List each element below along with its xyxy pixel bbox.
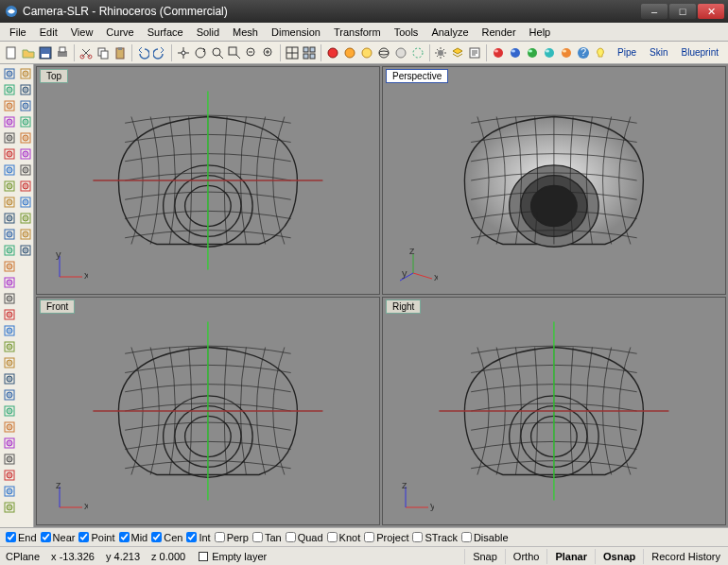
status-toggle-snap[interactable]: Snap — [464, 549, 505, 564]
window-select-tool-icon[interactable] — [2, 98, 17, 113]
shade-icon[interactable] — [325, 43, 340, 62]
osnap-point-checkbox[interactable] — [78, 532, 89, 542]
options-icon[interactable] — [433, 43, 448, 62]
osnap-perp-checkbox[interactable] — [215, 532, 225, 542]
help-icon[interactable]: ? — [576, 43, 591, 62]
blend-tool-icon[interactable] — [2, 500, 17, 515]
move-tool-icon[interactable] — [18, 227, 33, 242]
menu-mesh[interactable]: Mesh — [227, 25, 264, 40]
status-toggle-planar[interactable]: Planar — [546, 549, 595, 564]
copy-icon[interactable] — [95, 43, 111, 62]
fillet-tool-icon[interactable] — [18, 114, 33, 129]
save-icon[interactable] — [38, 43, 53, 62]
text-tool-icon[interactable] — [2, 259, 17, 274]
viewport-label-right[interactable]: Right — [386, 300, 421, 314]
zoom-previous-icon[interactable] — [244, 43, 259, 62]
chamfer-tool-icon[interactable] — [18, 130, 33, 146]
xray-icon[interactable] — [410, 43, 425, 62]
menu-view[interactable]: View — [65, 25, 99, 40]
point-tool-icon[interactable] — [2, 291, 17, 306]
sphere-blue-icon[interactable] — [508, 43, 523, 62]
dimension-tool-icon[interactable] — [2, 275, 17, 290]
menu-dimension[interactable]: Dimension — [266, 25, 326, 40]
rotate-view-icon[interactable] — [193, 43, 208, 62]
sphere-red-icon[interactable] — [491, 43, 506, 62]
osnap-tan[interactable]: Tan — [252, 532, 282, 543]
open-icon[interactable] — [21, 43, 36, 62]
viewport-label-top[interactable]: Top — [40, 69, 68, 83]
split-tool-icon[interactable] — [18, 98, 33, 113]
undo-icon[interactable] — [135, 43, 150, 62]
osnap-near[interactable]: Near — [41, 532, 76, 543]
mirror-tool-icon[interactable] — [18, 163, 33, 178]
join-tool-icon[interactable] — [18, 66, 33, 81]
pan-icon[interactable] — [176, 43, 191, 62]
status-cplane[interactable]: CPlane — [6, 551, 40, 562]
offset-tool-icon[interactable] — [18, 146, 33, 162]
sphere-cyan-icon[interactable] — [542, 43, 557, 62]
render-icon[interactable] — [342, 43, 357, 62]
layers-icon[interactable] — [450, 43, 465, 62]
status-toggle-record-history[interactable]: Record History — [643, 549, 728, 564]
properties-icon[interactable] — [467, 43, 482, 62]
menu-render[interactable]: Render — [477, 25, 522, 40]
status-layer[interactable]: Empty layer — [191, 551, 464, 562]
copy-obj-tool-icon[interactable] — [18, 243, 33, 258]
sphere-green-icon[interactable] — [525, 43, 540, 62]
osnap-strack-checkbox[interactable] — [412, 532, 423, 542]
sphere-orange-icon[interactable] — [559, 43, 574, 62]
osnap-tan-checkbox[interactable] — [252, 532, 263, 542]
cut-icon[interactable] — [78, 43, 94, 62]
rectangle-tool-icon[interactable] — [2, 195, 17, 210]
pointer-tool-icon[interactable] — [2, 66, 17, 81]
extrude-tool-icon[interactable] — [2, 436, 17, 451]
toolbar-link-pipe[interactable]: Pipe — [612, 47, 642, 58]
circle-tool-icon[interactable] — [2, 211, 17, 226]
osnap-end-checkbox[interactable] — [6, 532, 16, 542]
sweep-tool-icon[interactable] — [2, 468, 17, 483]
osnap-knot-checkbox[interactable] — [327, 532, 338, 542]
osnap-cen[interactable]: Cen — [151, 532, 182, 543]
toolbar-link-blueprint[interactable]: Blueprint — [676, 47, 724, 58]
zoom-window-icon[interactable] — [227, 43, 242, 62]
box-tool-icon[interactable] — [2, 323, 17, 338]
circle-select-tool-icon[interactable] — [2, 114, 17, 129]
revolve-tool-icon[interactable] — [2, 452, 17, 467]
menu-edit[interactable]: Edit — [34, 25, 63, 40]
toolbar-link-skin[interactable]: Skin — [644, 47, 673, 58]
zoom-selected-icon[interactable] — [261, 43, 276, 62]
four-view-icon[interactable] — [302, 43, 317, 62]
viewport-label-perspective[interactable]: Perspective — [386, 69, 448, 83]
osnap-point[interactable]: Point — [78, 532, 114, 543]
osnap-cen-checkbox[interactable] — [151, 532, 162, 542]
zoom-extents-icon[interactable] — [210, 43, 225, 62]
loft-tool-icon[interactable] — [2, 484, 17, 499]
close-button[interactable]: ✕ — [698, 4, 724, 19]
osnap-quad[interactable]: Quad — [286, 532, 323, 543]
status-toggle-ortho[interactable]: Ortho — [505, 549, 547, 564]
osnap-mid[interactable]: Mid — [119, 532, 148, 543]
osnap-disable-checkbox[interactable] — [461, 532, 472, 542]
pointcloud-tool-icon[interactable] — [2, 307, 17, 322]
viewport-right[interactable]: Rightyz — [382, 297, 726, 525]
cylinder-tool-icon[interactable] — [2, 355, 17, 370]
pipe-tool-icon[interactable] — [2, 419, 17, 435]
scale-tool-icon[interactable] — [18, 195, 33, 210]
minimize-button[interactable]: – — [641, 4, 667, 19]
menu-tools[interactable]: Tools — [389, 25, 425, 40]
wireframe-icon[interactable] — [376, 43, 391, 62]
rotate-tool-icon[interactable] — [18, 179, 33, 194]
redo-icon[interactable] — [152, 43, 167, 62]
menu-file[interactable]: File — [4, 25, 32, 40]
ghosted-icon[interactable] — [393, 43, 408, 62]
osnap-quad-checkbox[interactable] — [286, 532, 296, 542]
menu-help[interactable]: Help — [524, 25, 557, 40]
menu-analyze[interactable]: Analyze — [425, 25, 474, 40]
viewport-front[interactable]: Frontxz — [36, 297, 380, 525]
line-tool-icon[interactable] — [2, 130, 17, 146]
paste-icon[interactable] — [113, 43, 128, 62]
set-view-icon[interactable] — [285, 43, 300, 62]
arc-tool-icon[interactable] — [2, 179, 17, 194]
osnap-int[interactable]: Int — [186, 532, 210, 543]
trim-tool-icon[interactable] — [18, 82, 33, 97]
